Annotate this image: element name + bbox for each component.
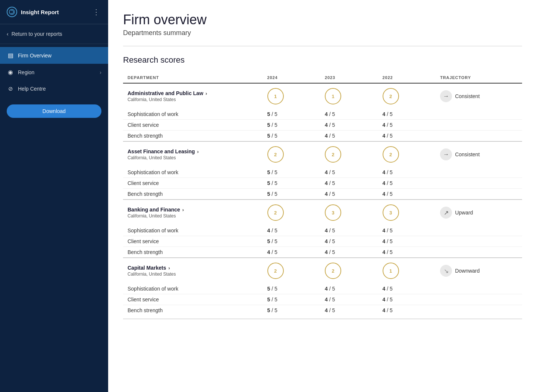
dept-score-2024: 2	[263, 141, 321, 167]
metric-trajectory-empty	[436, 167, 522, 178]
metric-trajectory-empty	[436, 189, 522, 200]
dept-name-text: Banking and Finance	[128, 207, 180, 213]
trajectory-icon: ↘	[440, 265, 452, 277]
dept-expand-icon[interactable]: ›	[168, 265, 170, 271]
metric-score-2023: 4 / 5	[320, 131, 378, 142]
logo-icon	[7, 7, 17, 17]
metric-score-2024: 5 / 5	[263, 305, 321, 319]
metric-score-2022: 4 / 5	[378, 247, 436, 258]
help-icon: ⊘	[7, 85, 14, 92]
metric-score-2023: 4 / 5	[320, 120, 378, 131]
region-label: Region	[18, 69, 34, 75]
dept-name-link[interactable]: Capital Markets ›	[128, 265, 258, 271]
firm-overview-label: Firm Overview	[18, 53, 51, 59]
back-to-reports-button[interactable]: ‹ Return to your reports	[0, 24, 108, 44]
metric-name: Bench strength	[123, 247, 263, 258]
back-arrow-icon: ‹	[7, 31, 9, 37]
page-title: Firm overview	[123, 12, 522, 28]
metric-score-2023: 4 / 5	[320, 109, 378, 120]
region-chevron-icon: ›	[100, 69, 101, 75]
trajectory-label: Consistent	[455, 151, 480, 157]
sidebar-title: Insight Report	[21, 9, 59, 15]
table-body: Administrative and Public Law › Californ…	[123, 83, 522, 319]
metric-trajectory-empty	[436, 283, 522, 294]
dept-expand-icon[interactable]: ›	[205, 91, 207, 96]
back-label: Return to your reports	[12, 31, 62, 37]
metric-score-2022: 4 / 5	[378, 167, 436, 178]
dept-expand-icon[interactable]: ›	[197, 149, 199, 154]
dept-expand-icon[interactable]: ›	[182, 207, 184, 213]
dept-score-2022: 2	[378, 83, 436, 109]
metric-name: Client service	[123, 294, 263, 305]
score-circle-2024: 2	[267, 263, 284, 279]
dept-location: California, United States	[128, 97, 258, 102]
dept-name-link[interactable]: Asset Finance and Leasing ›	[128, 148, 258, 154]
download-button[interactable]: Download	[7, 104, 101, 118]
metric-row: Bench strength 5 / 5 4 / 5 4 / 5	[123, 131, 522, 142]
help-label: Help Centre	[18, 86, 46, 92]
metric-row: Client service 5 / 5 4 / 5 4 / 5	[123, 236, 522, 247]
metric-trajectory-empty	[436, 305, 522, 319]
dept-score-2023: 1	[320, 83, 378, 109]
score-circle-2023: 1	[325, 88, 341, 104]
metric-score-2022: 4 / 5	[378, 178, 436, 189]
dept-score-2024: 2	[263, 258, 321, 283]
metric-score-2024: 5 / 5	[263, 294, 321, 305]
dept-name-text: Administrative and Public Law	[128, 90, 203, 96]
metric-row: Sophistication of work 4 / 5 4 / 5 4 / 5	[123, 225, 522, 236]
metric-score-2024: 5 / 5	[263, 189, 321, 200]
dept-name-cell: Banking and Finance › California, United…	[123, 200, 263, 225]
dept-name-cell: Asset Finance and Leasing › California, …	[123, 141, 263, 167]
dept-score-2023: 2	[320, 141, 378, 167]
sidebar-item-firm-overview[interactable]: ▤ Firm Overview	[0, 47, 108, 64]
menu-icon[interactable]: ⋮	[91, 6, 101, 18]
metric-row: Bench strength 5 / 5 4 / 5 4 / 5	[123, 189, 522, 200]
score-circle-2024: 1	[267, 88, 284, 104]
dept-score-2022: 1	[378, 258, 436, 283]
metric-row: Sophistication of work 5 / 5 4 / 5 4 / 5	[123, 167, 522, 178]
metric-trajectory-empty	[436, 247, 522, 258]
score-circle-2023: 2	[325, 146, 341, 163]
divider	[123, 46, 522, 46]
dept-name-link[interactable]: Administrative and Public Law ›	[128, 90, 258, 96]
dept-score-2022: 2	[378, 141, 436, 167]
score-circle-2024: 2	[267, 204, 284, 221]
dept-row: Capital Markets › California, United Sta…	[123, 258, 522, 283]
dept-name-link[interactable]: Banking and Finance ›	[128, 207, 258, 213]
col-2023: 2023	[320, 72, 378, 83]
dept-location: California, United States	[128, 213, 258, 219]
metric-row: Client service 5 / 5 4 / 5 4 / 5	[123, 294, 522, 305]
metric-trajectory-empty	[436, 178, 522, 189]
score-circle-2022: 2	[383, 88, 399, 104]
metric-trajectory-empty	[436, 236, 522, 247]
trajectory-icon: →	[440, 90, 452, 102]
col-2024: 2024	[263, 72, 321, 83]
metric-row: Bench strength 4 / 5 4 / 5 4 / 5	[123, 247, 522, 258]
page-subtitle: Departments summary	[123, 29, 522, 37]
metric-name: Sophistication of work	[123, 225, 263, 236]
metric-name: Bench strength	[123, 131, 263, 142]
scores-table: DEPARTMENT 2024 2023 2022 TRAJECTORY Adm…	[123, 72, 522, 319]
dept-name-cell: Administrative and Public Law › Californ…	[123, 83, 263, 109]
metric-row: Client service 5 / 5 4 / 5 4 / 5	[123, 178, 522, 189]
col-2022: 2022	[378, 72, 436, 83]
metric-score-2024: 5 / 5	[263, 236, 321, 247]
dept-trajectory-cell: → Consistent	[436, 141, 522, 167]
trajectory-label: Downward	[455, 268, 480, 274]
dept-score-2022: 3	[378, 200, 436, 225]
score-circle-2022: 2	[383, 146, 399, 163]
dept-score-2024: 2	[263, 200, 321, 225]
dept-score-2023: 3	[320, 200, 378, 225]
dept-location: California, United States	[128, 155, 258, 160]
sidebar-item-help[interactable]: ⊘ Help Centre	[0, 81, 108, 97]
metric-name: Client service	[123, 236, 263, 247]
table-header-row: DEPARTMENT 2024 2023 2022 TRAJECTORY	[123, 72, 522, 83]
metric-row: Bench strength 5 / 5 4 / 5 4 / 5	[123, 305, 522, 319]
metric-score-2023: 4 / 5	[320, 236, 378, 247]
sidebar-item-region[interactable]: ◉ Region ›	[0, 64, 108, 81]
trajectory-info: ↘ Downward	[440, 265, 518, 277]
metric-score-2022: 4 / 5	[378, 131, 436, 142]
dept-trajectory-cell: ↗ Upward	[436, 200, 522, 225]
metric-score-2024: 5 / 5	[263, 167, 321, 178]
section-title: Research scores	[123, 55, 522, 65]
